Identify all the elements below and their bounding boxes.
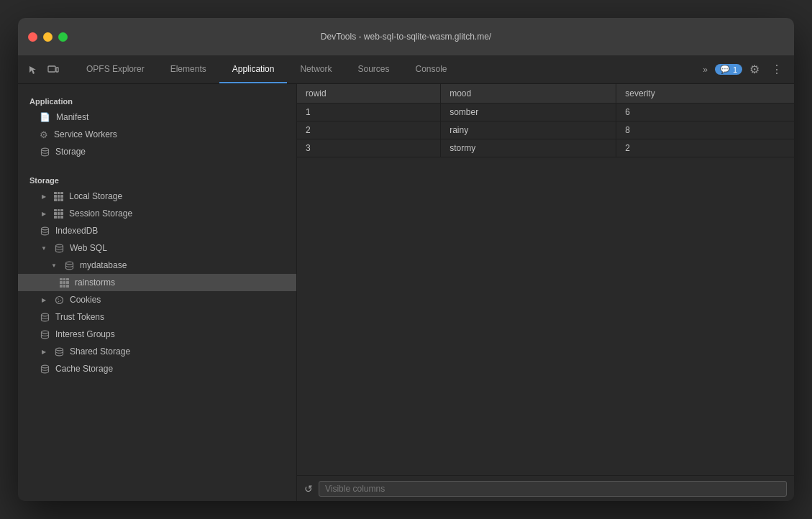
sidebar-item-trust-tokens[interactable]: Trust Tokens [18, 308, 296, 326]
tab-network[interactable]: Network [287, 55, 345, 83]
sidebar-item-cookies[interactable]: Cookies [18, 291, 296, 308]
tab-console[interactable]: Console [403, 55, 460, 83]
sidebar-item-label: Shared Storage [70, 346, 130, 357]
sidebar-item-web-sql[interactable]: Web SQL [18, 239, 296, 257]
sidebar-item-local-storage[interactable]: Local Storage [18, 188, 296, 205]
table-row[interactable]: 1somber6 [297, 104, 794, 121]
cookie-icon [54, 295, 64, 305]
tab-application[interactable]: Application [219, 55, 288, 83]
cell-severity: 8 [616, 121, 794, 139]
close-button[interactable] [28, 32, 37, 42]
sidebar-item-indexeddb[interactable]: IndexedDB [18, 222, 296, 239]
tab-elements[interactable]: Elements [158, 55, 219, 83]
sidebar-section-storage: Storage [18, 172, 296, 188]
cell-severity: 6 [616, 104, 794, 121]
arrow-right-icon [40, 209, 48, 218]
grid-icon [54, 192, 63, 201]
svg-point-13 [41, 365, 48, 368]
sidebar-item-storage[interactable]: Storage [18, 143, 296, 160]
sidebar-item-session-storage[interactable]: Session Storage [18, 205, 296, 222]
grid-icon [54, 209, 63, 219]
table-row[interactable]: 3stormy2 [297, 139, 794, 157]
table-row[interactable]: 2rainy8 [297, 121, 794, 139]
title-bar: DevTools - web-sql-to-sqlite-wasm.glitch… [18, 18, 794, 55]
device-icon[interactable] [45, 62, 61, 78]
visible-columns-input[interactable] [319, 481, 787, 497]
settings-icon[interactable]: ⚙ [745, 63, 764, 76]
data-table: rowid mood severity 1somber62rainy83stor… [297, 84, 794, 475]
bottom-bar: ↺ [297, 475, 794, 501]
minimize-button[interactable] [43, 32, 53, 42]
refresh-button[interactable]: ↺ [304, 483, 313, 495]
arrow-right-icon [40, 347, 48, 356]
svg-point-9 [58, 300, 59, 302]
menu-icon[interactable]: ⋮ [767, 63, 787, 76]
svg-point-8 [60, 300, 61, 301]
sidebar-item-mydatabase[interactable]: mydatabase [18, 257, 296, 274]
cell-mood: somber [441, 104, 616, 121]
sidebar-item-service-workers[interactable]: ⚙ Service Workers [18, 126, 296, 143]
tab-bar: OPFS Explorer Elements Application Netwo… [18, 55, 794, 84]
db-icon [40, 364, 50, 374]
maximize-button[interactable] [58, 32, 68, 42]
sidebar-item-label: Storage [55, 147, 86, 157]
sidebar-item-manifest[interactable]: 📄 Manifest [18, 109, 296, 126]
tab-opfs[interactable]: OPFS Explorer [73, 55, 158, 83]
sidebar-section-application: Application [18, 93, 296, 109]
badge-icon: 💬 [720, 65, 730, 74]
cursor-icon[interactable] [25, 62, 41, 78]
sidebar-item-label: Manifest [56, 112, 88, 122]
notification-badge[interactable]: 💬 1 [715, 64, 742, 75]
sidebar-item-label: Interest Groups [55, 329, 115, 339]
results-table: rowid mood severity 1somber62rainy83stor… [297, 84, 794, 157]
tabs-container: OPFS Explorer Elements Application Netwo… [73, 55, 691, 83]
arrow-down-icon [40, 244, 48, 252]
sidebar-item-label: Cookies [70, 295, 101, 305]
svg-point-12 [55, 348, 63, 351]
tab-sources[interactable]: Sources [345, 55, 402, 83]
sidebar-item-label: IndexedDB [55, 226, 98, 236]
sidebar-item-shared-storage[interactable]: Shared Storage [18, 343, 296, 360]
sidebar-item-label: mydatabase [80, 260, 127, 270]
right-panel: rowid mood severity 1somber62rainy83stor… [297, 84, 794, 501]
arrow-right-icon [40, 295, 48, 304]
svg-rect-1 [56, 68, 58, 72]
sidebar-item-label: Trust Tokens [55, 312, 104, 322]
svg-point-11 [41, 331, 48, 334]
doc-icon: 📄 [40, 112, 50, 122]
sidebar-item-label: Cache Storage [55, 364, 113, 374]
col-severity: severity [616, 84, 794, 104]
db-icon [54, 243, 64, 253]
db-icon [40, 147, 50, 157]
arrow-down-icon [50, 261, 58, 270]
arrow-right-icon [40, 192, 48, 201]
cell-mood: stormy [441, 139, 616, 157]
col-mood: mood [441, 84, 616, 104]
svg-point-2 [41, 148, 48, 151]
sidebar-item-label: rainstorms [75, 277, 115, 288]
cell-rowid: 2 [297, 121, 441, 139]
svg-point-7 [58, 298, 59, 300]
main-content: Application 📄 Manifest ⚙ Service Workers [18, 84, 794, 501]
sidebar-item-rainstorms[interactable]: rainstorms [18, 274, 296, 291]
gear-icon: ⚙ [40, 129, 48, 140]
cell-severity: 2 [616, 139, 794, 157]
db-icon [40, 329, 50, 339]
db-icon [54, 346, 64, 357]
devtools-window: DevTools - web-sql-to-sqlite-wasm.glitch… [18, 18, 794, 501]
svg-point-6 [55, 296, 63, 303]
table-body: 1somber62rainy83stormy2 [297, 104, 794, 157]
sidebar-item-label: Web SQL [70, 243, 107, 253]
sidebar-item-label: Local Storage [69, 191, 122, 201]
window-title: DevTools - web-sql-to-sqlite-wasm.glitch… [321, 32, 491, 42]
sidebar-item-cache-storage[interactable]: Cache Storage [18, 360, 296, 377]
cell-mood: rainy [441, 121, 616, 139]
tab-right-controls: » 💬 1 ⚙ ⋮ [691, 55, 794, 83]
table-header: rowid mood severity [297, 84, 794, 104]
cell-rowid: 1 [297, 104, 441, 121]
sidebar-item-interest-groups[interactable]: Interest Groups [18, 326, 296, 343]
cell-rowid: 3 [297, 139, 441, 157]
svg-rect-0 [48, 66, 55, 72]
sidebar-item-label: Service Workers [54, 129, 117, 139]
more-tabs-button[interactable]: » [698, 63, 712, 76]
